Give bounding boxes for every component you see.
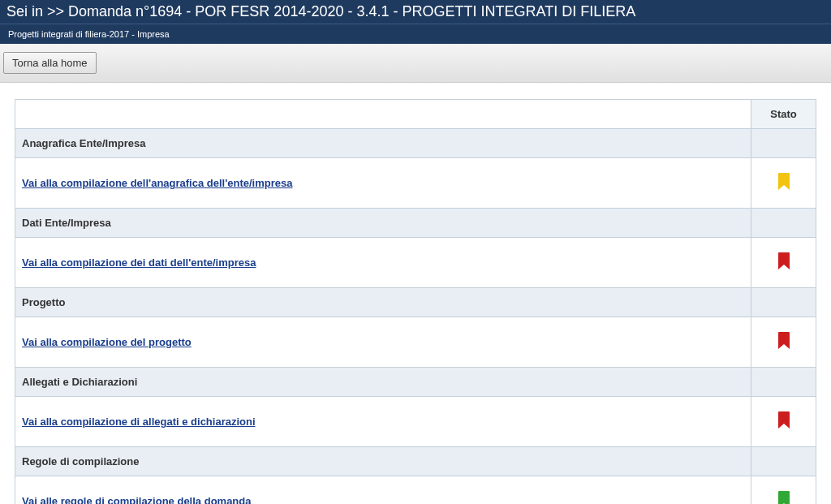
toolbar: Torna alla home [0, 44, 831, 83]
bookmark-icon [777, 173, 790, 191]
section-link[interactable]: Vai alla compilazione del progetto [22, 336, 192, 348]
link-cell: Vai alle regole di compilazione della do… [15, 476, 751, 505]
bookmark-icon [777, 252, 790, 270]
section-title: Progetto [15, 288, 751, 317]
section-status-empty [751, 129, 816, 158]
page-header: Sei in >> Domanda n°1694 - POR FESR 2014… [0, 0, 831, 24]
section-status-empty [751, 447, 816, 476]
section-link[interactable]: Vai alla compilazione dell'anagrafica de… [22, 177, 292, 189]
status-cell [751, 158, 816, 209]
link-cell: Vai alla compilazione del progetto [15, 317, 751, 368]
table-header-row: Stato [15, 100, 816, 129]
sub-header-text: Progetti integrati di filiera-2017 - Imp… [0, 24, 831, 44]
section-title: Regole di compilazione [15, 447, 751, 476]
section-title: Allegati e Dichiarazioni [15, 368, 751, 397]
section-row: Dati Ente/Impresa [15, 209, 816, 238]
status-cell [751, 317, 816, 368]
section-status-empty [751, 209, 816, 238]
breadcrumb-prefix: Sei in >> [6, 3, 68, 19]
section-link[interactable]: Vai alla compilazione dei dati dell'ente… [22, 256, 256, 269]
link-row: Vai alla compilazione di allegati e dich… [15, 397, 816, 447]
section-status-empty [751, 288, 816, 317]
col-header-status: Stato [751, 100, 816, 129]
section-row: Anagrafica Ente/Impresa [15, 129, 816, 158]
link-row: Vai alla compilazione dell'anagrafica de… [15, 158, 816, 209]
home-button-label: Torna alla home [12, 57, 88, 69]
section-title: Anagrafica Ente/Impresa [15, 129, 751, 158]
section-link[interactable]: Vai alle regole di compilazione della do… [22, 495, 251, 504]
section-link[interactable]: Vai alla compilazione di allegati e dich… [22, 416, 256, 428]
col-header-empty [15, 100, 751, 129]
status-cell [751, 397, 816, 447]
section-row: Allegati e Dichiarazioni [15, 368, 816, 397]
bookmark-icon [777, 491, 790, 504]
bookmark-icon [777, 411, 790, 429]
bookmark-icon [777, 332, 790, 350]
section-row: Progetto [15, 288, 816, 317]
sub-header: Progetti integrati di filiera-2017 - Imp… [0, 24, 831, 44]
link-row: Vai alla compilazione del progetto [15, 317, 816, 368]
link-cell: Vai alla compilazione dei dati dell'ente… [15, 238, 751, 288]
status-cell [751, 238, 816, 288]
section-status-empty [751, 368, 816, 397]
sections-table: Stato Anagrafica Ente/ImpresaVai alla co… [15, 99, 816, 504]
link-cell: Vai alla compilazione dell'anagrafica de… [15, 158, 751, 209]
section-row: Regole di compilazione [15, 447, 816, 476]
home-button[interactable]: Torna alla home [3, 52, 97, 74]
link-cell: Vai alla compilazione di allegati e dich… [15, 397, 751, 447]
page-title: Domanda n°1694 - POR FESR 2014-2020 - 3.… [68, 3, 635, 19]
section-title: Dati Ente/Impresa [15, 209, 751, 238]
link-row: Vai alle regole di compilazione della do… [15, 476, 816, 505]
link-row: Vai alla compilazione dei dati dell'ente… [15, 238, 816, 288]
status-cell [751, 476, 816, 505]
main-content: Stato Anagrafica Ente/ImpresaVai alla co… [0, 83, 831, 504]
